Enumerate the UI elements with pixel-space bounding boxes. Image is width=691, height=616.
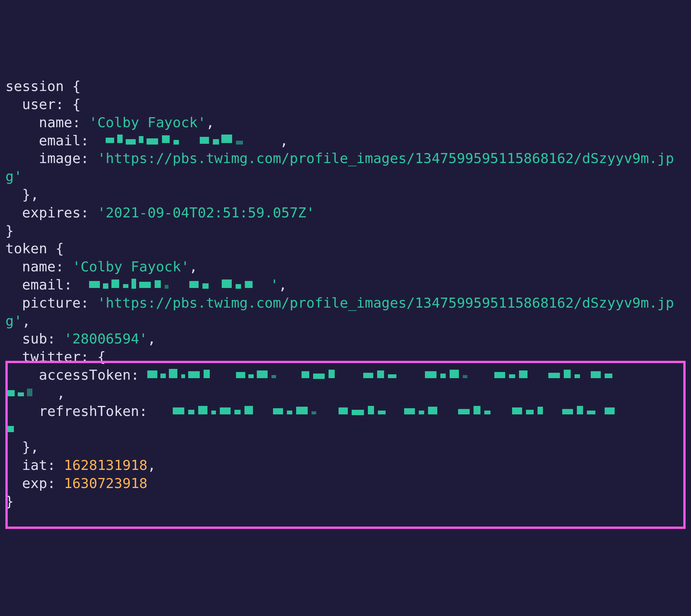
svg-rect-33 bbox=[271, 375, 276, 378]
svg-rect-25 bbox=[160, 374, 166, 378]
svg-rect-55 bbox=[173, 407, 184, 414]
session-label: session bbox=[5, 78, 64, 94]
svg-rect-58 bbox=[211, 411, 216, 414]
svg-rect-39 bbox=[388, 374, 396, 378]
svg-rect-30 bbox=[236, 372, 245, 378]
svg-rect-62 bbox=[273, 408, 283, 414]
svg-rect-29 bbox=[204, 370, 210, 378]
token-iat-value: 1628131918 bbox=[64, 457, 148, 473]
redacted-email bbox=[106, 135, 271, 146]
redacted-refresh-token-wrap bbox=[5, 423, 21, 434]
svg-rect-4 bbox=[147, 138, 158, 145]
svg-rect-68 bbox=[368, 406, 374, 414]
svg-rect-82 bbox=[605, 407, 615, 414]
svg-rect-47 bbox=[548, 373, 560, 378]
svg-rect-27 bbox=[181, 374, 185, 378]
svg-rect-10 bbox=[236, 141, 243, 145]
svg-rect-8 bbox=[213, 139, 219, 145]
svg-rect-71 bbox=[419, 411, 424, 414]
svg-rect-20 bbox=[202, 283, 209, 289]
svg-rect-24 bbox=[147, 370, 157, 378]
token-name-key: name bbox=[22, 259, 56, 274]
token-picture-value: 'https://pbs.twimg.com/profile_images/13… bbox=[5, 295, 674, 329]
code-line: picture: 'https://pbs.twimg.com/profile_… bbox=[5, 294, 686, 330]
code-line: name: 'Colby Fayock', bbox=[5, 114, 686, 132]
svg-rect-51 bbox=[605, 374, 612, 378]
code-line: user: { bbox=[5, 96, 686, 114]
svg-rect-79 bbox=[562, 409, 573, 414]
code-line: } bbox=[5, 493, 686, 511]
token-iat-key: iat bbox=[22, 457, 47, 473]
svg-rect-9 bbox=[221, 135, 232, 143]
user-label: user bbox=[22, 96, 56, 112]
token-exp-key: exp bbox=[22, 475, 47, 491]
redacted-access-token bbox=[147, 369, 614, 380]
code-line bbox=[5, 420, 686, 438]
code-line: } bbox=[5, 222, 686, 240]
svg-rect-64 bbox=[296, 407, 308, 414]
code-line: twitter: { bbox=[5, 348, 686, 366]
svg-rect-0 bbox=[106, 138, 114, 143]
svg-rect-26 bbox=[169, 369, 177, 378]
svg-rect-78 bbox=[538, 407, 543, 414]
svg-rect-63 bbox=[287, 411, 292, 414]
code-line: name: 'Colby Fayock', bbox=[5, 258, 686, 276]
svg-rect-65 bbox=[312, 411, 316, 414]
svg-rect-76 bbox=[512, 407, 522, 414]
svg-rect-19 bbox=[189, 281, 199, 288]
redacted-refresh-token bbox=[173, 405, 616, 417]
session-expires-key: expires bbox=[22, 205, 81, 220]
svg-rect-17 bbox=[155, 280, 161, 288]
code-line: iat: 1628131918, bbox=[5, 456, 686, 475]
svg-rect-54 bbox=[27, 389, 32, 396]
svg-rect-28 bbox=[188, 371, 200, 378]
svg-rect-42 bbox=[450, 370, 459, 378]
svg-rect-2 bbox=[126, 139, 136, 145]
access-token-key: accessToken bbox=[39, 367, 131, 383]
refresh-token-key: refreshToken bbox=[39, 403, 139, 419]
svg-rect-77 bbox=[526, 410, 534, 414]
token-email-key: email bbox=[22, 277, 64, 293]
svg-rect-7 bbox=[200, 137, 209, 144]
token-sub-value: '28006594' bbox=[64, 331, 148, 347]
svg-rect-73 bbox=[458, 409, 470, 414]
code-line: , bbox=[5, 384, 686, 402]
code-line: token { bbox=[5, 240, 686, 258]
code-line: email: ', bbox=[5, 276, 686, 294]
svg-rect-80 bbox=[577, 406, 583, 414]
svg-rect-49 bbox=[575, 374, 580, 378]
code-line: image: 'https://pbs.twimg.com/profile_im… bbox=[5, 150, 686, 186]
redacted-email bbox=[89, 279, 270, 290]
svg-rect-13 bbox=[111, 279, 119, 288]
svg-rect-45 bbox=[509, 374, 515, 378]
svg-rect-61 bbox=[244, 406, 253, 414]
svg-rect-15 bbox=[131, 279, 136, 289]
svg-rect-21 bbox=[222, 279, 232, 288]
svg-rect-48 bbox=[564, 370, 571, 378]
svg-rect-53 bbox=[18, 392, 24, 396]
code-line: email: , bbox=[5, 132, 686, 150]
svg-rect-12 bbox=[103, 283, 108, 289]
svg-rect-1 bbox=[117, 135, 123, 143]
svg-rect-60 bbox=[234, 410, 241, 414]
svg-rect-57 bbox=[198, 406, 207, 414]
token-picture-key: picture bbox=[22, 295, 81, 311]
session-user-name-key: name bbox=[39, 114, 72, 130]
code-line: expires: '2021-09-04T02:51:59.057Z' bbox=[5, 204, 686, 222]
svg-rect-66 bbox=[339, 407, 348, 414]
token-exp-value: 1630723918 bbox=[64, 475, 148, 491]
svg-rect-32 bbox=[257, 370, 268, 378]
token-twitter-key: twitter bbox=[22, 349, 81, 365]
svg-rect-6 bbox=[174, 140, 179, 145]
session-user-image-value: 'https://pbs.twimg.com/profile_images/13… bbox=[5, 150, 674, 184]
svg-rect-37 bbox=[363, 373, 373, 378]
session-user-name-value: 'Colby Fayock' bbox=[89, 114, 206, 130]
svg-rect-70 bbox=[404, 408, 415, 414]
quote: ' bbox=[270, 277, 279, 293]
redacted-access-token-wrap bbox=[5, 387, 40, 399]
svg-rect-31 bbox=[248, 374, 254, 378]
svg-rect-14 bbox=[123, 284, 128, 288]
svg-rect-41 bbox=[440, 374, 446, 378]
code-line: session { bbox=[5, 77, 686, 96]
token-label: token bbox=[5, 241, 47, 256]
